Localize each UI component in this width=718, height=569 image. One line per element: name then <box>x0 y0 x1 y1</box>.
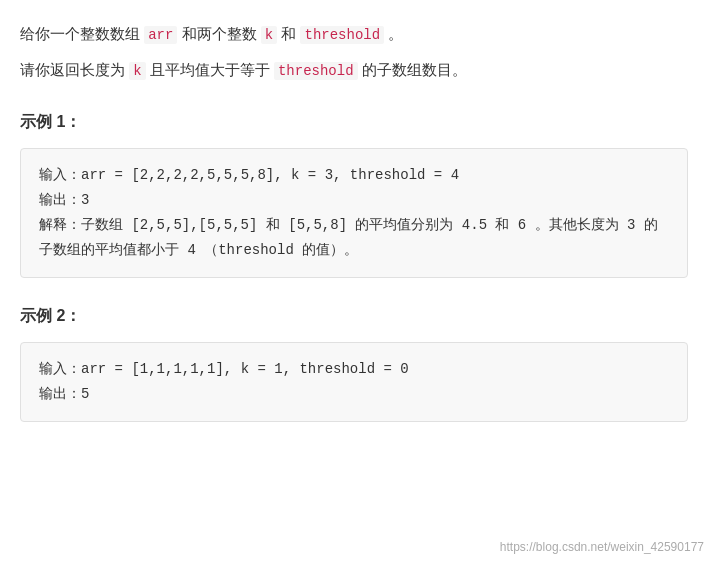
example2-output-line: 输出：5 <box>39 382 669 407</box>
example2-input-line: 输入：arr = [1,1,1,1,1], k = 1, threshold =… <box>39 357 669 382</box>
k-code-1: k <box>261 26 277 44</box>
watermark: https://blog.csdn.net/weixin_42590177 <box>500 537 704 557</box>
example1-title: 示例 1： <box>20 108 688 135</box>
example1-input-line: 输入：arr = [2,2,2,2,5,5,5,8], k = 3, thres… <box>39 163 669 188</box>
k-code-2: k <box>129 62 145 80</box>
example1-code-block: 输入：arr = [2,2,2,2,5,5,5,8], k = 3, thres… <box>20 148 688 279</box>
threshold-code-2: threshold <box>274 62 358 80</box>
intro-paragraph-1: 给你一个整数数组 arr 和两个整数 k 和 threshold 。 <box>20 20 688 48</box>
intro-paragraph-2: 请你返回长度为 k 且平均值大于等于 threshold 的子数组数目。 <box>20 56 688 84</box>
threshold-code-1: threshold <box>300 26 384 44</box>
example1-output-line: 输出：3 <box>39 188 669 213</box>
example2-code-block: 输入：arr = [1,1,1,1,1], k = 1, threshold =… <box>20 342 688 422</box>
example1-explanation-line: 解释：子数组 [2,5,5],[5,5,5] 和 [5,5,8] 的平均值分别为… <box>39 213 669 263</box>
example2-title: 示例 2： <box>20 302 688 329</box>
arr-code-1: arr <box>144 26 177 44</box>
